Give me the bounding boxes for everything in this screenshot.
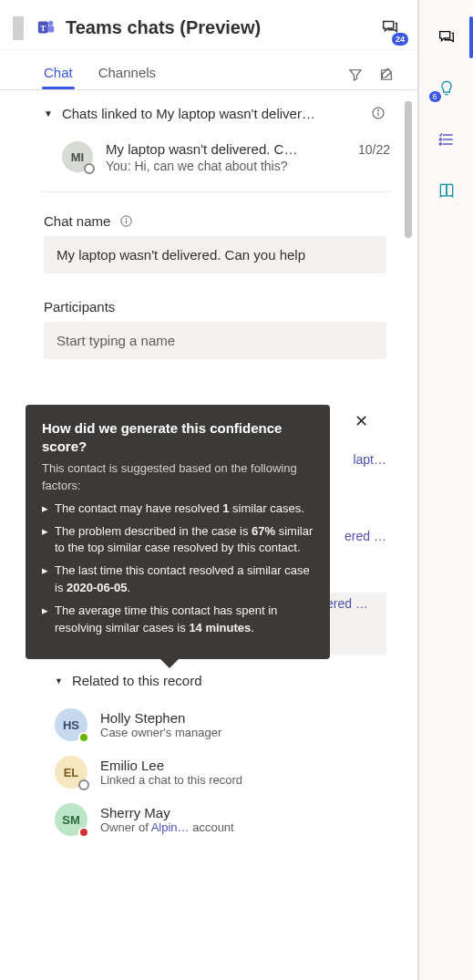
contact-sub: Owner of Alpin… account [100,820,234,834]
contact-name: Sherry May [100,805,234,820]
avatar-initials: SM [62,813,80,827]
tab-chat[interactable]: Chat [42,59,75,89]
avatar: SM [55,803,87,836]
lightbulb-rail-icon[interactable]: 6 [437,78,457,98]
chat-list-item[interactable]: MI My laptop wasn't delivered. C… 10/22 … [0,125,417,191]
panel-title: Teams chats (Preview) [66,17,363,38]
contact-name: Emilio Lee [100,758,242,773]
contact-sub: Linked a chat to this record [100,773,242,787]
chats-rail-icon[interactable] [437,27,457,47]
info-icon[interactable] [118,212,134,229]
avatar: EL [55,756,87,789]
chat-name-label: Chat name [44,213,110,229]
rail-badge: 6 [429,91,441,102]
chevron-down-icon[interactable]: ▼ [44,108,53,119]
avatar-initials: EL [64,766,79,779]
tab-channels[interactable]: Channels [97,59,158,89]
tooltip-bullet: The contact may have resolved 1 similar … [55,500,314,518]
info-icon[interactable] [370,105,386,121]
presence-available-icon [78,732,89,743]
avatar-initials: MI [71,150,84,164]
truncated-link[interactable]: ered … [326,593,386,611]
avatar: HS [55,708,87,741]
window-tab-stub [13,16,24,40]
participants-label: Participants [44,299,115,315]
chat-name-input[interactable] [44,236,386,273]
svg-point-14 [439,139,441,140]
chevron-down-icon[interactable]: ▼ [55,676,63,686]
presence-busy-icon [78,827,89,838]
contact-sub: Case owner's manager [100,726,221,739]
participants-input[interactable] [44,322,386,359]
chat-date: 10/22 [358,142,390,157]
svg-point-15 [439,143,441,145]
tooltip-lead: This contact is suggested based on the f… [42,460,314,495]
teams-icon: T [36,17,57,37]
chat-title: My laptop wasn't delivered. C… [106,141,349,157]
chats-count-badge: 24 [392,33,408,46]
chats-icon-button[interactable]: 24 [377,15,403,40]
svg-text:T: T [40,24,46,33]
contact-row[interactable]: HS Holly Stephen Case owner's manager [55,701,386,748]
book-rail-icon[interactable] [437,181,457,201]
chat-preview: You: Hi, can we chat about this? [106,159,390,173]
svg-rect-3 [48,26,54,32]
rail-active-indicator [469,16,473,58]
tooltip-title: How did we generate this confidence scor… [42,419,314,455]
avatar-initials: HS [63,718,79,732]
contact-row[interactable]: SM Sherry May Owner of Alpin… account [55,796,386,843]
confidence-tooltip: How did we generate this confidence scor… [26,405,330,659]
svg-point-2 [48,21,54,26]
contact-row[interactable]: EL Emilio Lee Linked a chat to this reco… [55,748,386,796]
avatar: MI [62,141,93,172]
tooltip-bullet: The last time this contact resolved a si… [55,562,314,597]
linked-chats-header[interactable]: Chats linked to My laptop wasn't deliver… [62,106,363,121]
scrollbar-thumb[interactable] [405,101,412,238]
account-link[interactable]: Alpin… [151,820,190,834]
close-icon[interactable]: ✕ [350,410,372,432]
contact-name: Holly Stephen [100,710,221,726]
filter-icon[interactable] [343,62,368,88]
tooltip-bullet: The average time this contact has spent … [55,603,314,637]
tooltip-bullet: The problem described in the case is 67%… [55,523,314,558]
presence-unknown-icon [84,163,95,174]
list-rail-icon[interactable] [437,129,457,150]
svg-point-9 [126,218,127,219]
presence-unknown-icon [78,779,89,790]
svg-point-6 [378,110,379,111]
compose-icon[interactable] [374,62,399,88]
related-header[interactable]: Related to this record [72,673,202,688]
